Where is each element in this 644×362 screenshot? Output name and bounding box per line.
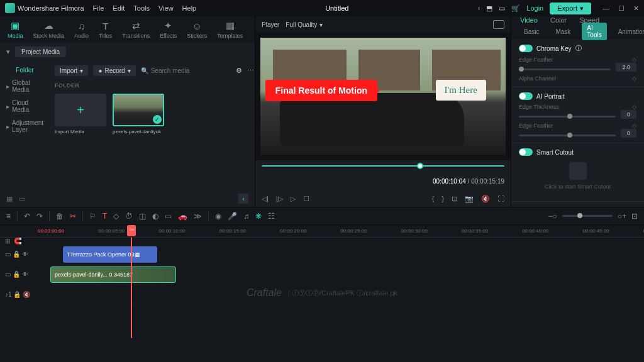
import-button[interactable]: Import ▾ (55, 65, 88, 76)
tl-mixer-icon[interactable]: ☷ (268, 212, 275, 221)
export-button[interactable]: Export ▾ (550, 3, 591, 14)
ruler-mark: 00:00:05:00 (98, 228, 125, 234)
tl-ai-icon[interactable]: ❋ (255, 212, 262, 221)
tab-stickers[interactable]: ☺Stickers (187, 20, 207, 39)
tl-redo-icon[interactable]: ↷ (36, 212, 43, 221)
tab-templates[interactable]: ▦Templates (217, 20, 243, 39)
sidebar-global[interactable]: ▸ Global Media (0, 76, 50, 96)
tab-transitions[interactable]: ⇄Transitions (122, 20, 150, 39)
tl-car-icon[interactable]: 🚗 (178, 212, 187, 221)
mark-out-icon[interactable]: } (441, 195, 444, 202)
minimize-icon[interactable]: — (602, 4, 609, 13)
mark-in-icon[interactable]: { (432, 195, 435, 202)
quality-dropdown[interactable]: Full Quality ▾ (286, 21, 323, 28)
titles-icon: T (100, 20, 111, 31)
tl-more-icon[interactable]: ≫ (194, 212, 202, 221)
document-title: Untitled (199, 4, 475, 12)
menu-help[interactable]: Help (182, 4, 197, 12)
video-clip[interactable]: pexels-pavel-danily... 0.345187 (50, 266, 176, 283)
tl-color-icon[interactable]: ◐ (152, 212, 158, 221)
save-icon[interactable]: ▫ (477, 4, 480, 12)
tl-undo-icon[interactable]: ↶ (24, 212, 30, 221)
title-clip[interactable]: T Terrazzo Pack Opener 03 ▦ (63, 246, 157, 263)
rtab-color[interactable]: Color (550, 16, 567, 24)
thickness-slider[interactable] (519, 116, 616, 118)
ruler-mark: 00:00:00:00 (38, 228, 64, 234)
subtab-mask[interactable]: Mask (550, 26, 575, 37)
tab-audio[interactable]: ♫Audio (74, 20, 89, 39)
tl-magnet-icon[interactable]: 🧲 (14, 238, 21, 244)
tl-layers-icon[interactable]: ≡ (6, 212, 11, 221)
zoom-fit-icon[interactable]: ⊡ (631, 212, 638, 221)
maximize-icon[interactable]: ☐ (618, 4, 625, 13)
gallery-icon[interactable] (493, 20, 504, 29)
tl-fit-icon[interactable]: ⊞ (5, 238, 10, 244)
sidebar-cloud[interactable]: ▸ Cloud Media (0, 96, 50, 116)
folder-icon[interactable]: ▭ (19, 195, 25, 203)
rtab-video[interactable]: Video (520, 16, 538, 24)
stop-icon[interactable]: ☐ (303, 195, 309, 203)
import-media-button[interactable]: + Import Media (55, 94, 106, 134)
scrub-bar[interactable] (262, 165, 504, 167)
search-input[interactable] (151, 67, 231, 74)
tl-mask-icon[interactable]: ◉ (215, 212, 221, 221)
feather-slider[interactable] (519, 69, 611, 70)
player-label[interactable]: Player (262, 21, 279, 28)
tl-delete-icon[interactable]: 🗑 (56, 212, 64, 221)
chroma-toggle[interactable] (519, 45, 533, 52)
tl-audio-icon[interactable]: ♬ (243, 212, 249, 221)
login-button[interactable]: Login (526, 4, 543, 12)
tl-cut-icon[interactable]: ✂ (70, 212, 76, 221)
collapse-icon[interactable]: ‹ (238, 194, 248, 204)
folder-label[interactable]: Folder (0, 64, 50, 76)
cutout-start[interactable]: Click to start Smart Cutout (519, 156, 636, 196)
play-icon[interactable]: ▷ (291, 195, 296, 203)
feather2-slider[interactable] (519, 134, 616, 136)
cutout-toggle[interactable] (519, 148, 533, 156)
close-icon[interactable]: ✕ (633, 4, 639, 13)
mute-icon[interactable]: 🔇 (481, 195, 490, 203)
tab-titles[interactable]: TTitles (99, 20, 112, 39)
tab-stock[interactable]: ☁Stock Media (33, 20, 65, 39)
tab-effects[interactable]: ✦Effects (160, 20, 177, 39)
zoom-slider[interactable] (562, 215, 613, 217)
menu-file[interactable]: File (93, 4, 104, 12)
fullscreen-icon[interactable]: ⛶ (497, 195, 504, 202)
media-icon: ▣ (9, 20, 21, 31)
record-button[interactable]: ● Record ▾ (93, 65, 135, 76)
more-icon[interactable]: ⋯ (247, 67, 254, 75)
menu-tools[interactable]: Tools (133, 4, 150, 12)
project-media-dropdown[interactable]: Project Media (15, 47, 66, 57)
cart-icon[interactable]: 🛒 (511, 4, 520, 13)
snapshot-icon[interactable]: 📷 (465, 195, 474, 203)
menu-edit[interactable]: Edit (113, 4, 125, 12)
tl-mic-icon[interactable]: 🎤 (228, 212, 237, 221)
effects-icon: ✦ (163, 20, 174, 31)
display-icon[interactable]: ▭ (499, 4, 505, 13)
zoom-out-icon[interactable]: −○ (548, 212, 557, 221)
tab-media[interactable]: ▣Media (8, 20, 23, 39)
tl-screen-icon[interactable]: ▭ (165, 212, 172, 221)
tl-text-icon[interactable]: T (103, 212, 107, 221)
tl-marker-icon[interactable]: ⚐ (89, 212, 96, 221)
prev-frame-icon[interactable]: ◁| (262, 195, 269, 203)
tl-crop-icon[interactable]: ◫ (139, 212, 146, 221)
subtab-aitools[interactable]: AI Tools (582, 23, 606, 40)
grid-icon[interactable]: ▦ (6, 195, 13, 203)
tl-keyframe-icon[interactable]: ◇ (113, 212, 119, 221)
preview-viewport[interactable]: Final Result of Motion I'm Here (255, 33, 511, 160)
playhead[interactable]: ✂ (131, 238, 132, 338)
subtab-animation[interactable]: Animation (613, 26, 644, 37)
next-frame-icon[interactable]: |▷ (276, 195, 283, 203)
feather-value[interactable]: 2.0 (616, 63, 636, 72)
zoom-in-icon[interactable]: ○+ (618, 212, 626, 221)
portrait-toggle[interactable] (519, 92, 533, 100)
subtab-basic[interactable]: Basic (519, 26, 544, 37)
tl-speed-icon[interactable]: ⏱ (125, 212, 133, 221)
cloud-icon[interactable]: ⬒ (486, 4, 492, 13)
sidebar-adjustment[interactable]: ▸ Adjustment Layer (0, 116, 50, 136)
screen-icon[interactable]: ⊡ (452, 195, 457, 203)
media-thumbnail[interactable]: ✓ pexels-pavel-danilyuk (113, 94, 164, 134)
menu-view[interactable]: View (158, 4, 174, 12)
filter-icon[interactable]: ⚙ (236, 67, 242, 75)
